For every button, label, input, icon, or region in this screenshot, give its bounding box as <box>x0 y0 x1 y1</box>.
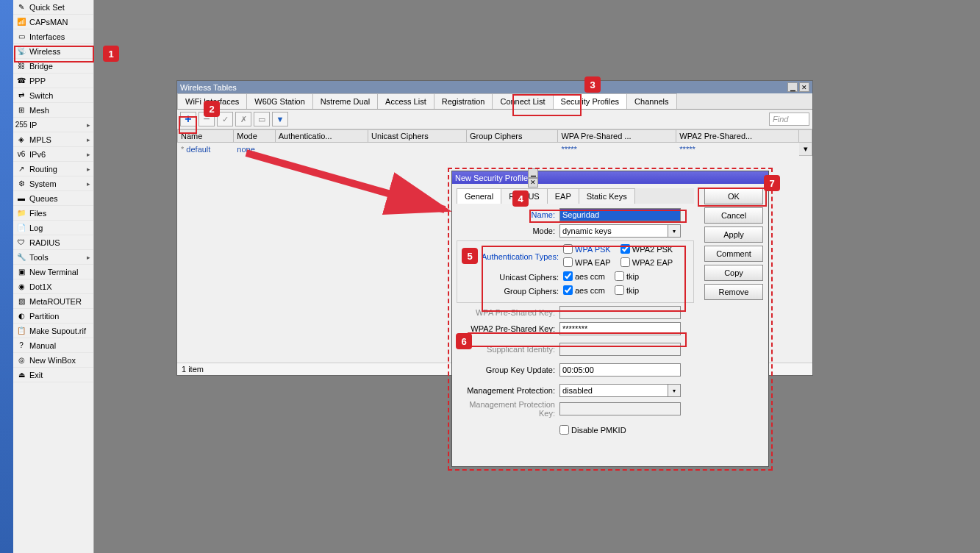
wpa-key-input[interactable] <box>559 306 681 319</box>
column-header[interactable]: Unicast Ciphers <box>368 130 467 143</box>
wpa2-psk-checkbox[interactable]: WPA2 PSK <box>620 244 673 254</box>
tab-access-list[interactable]: Access List <box>377 93 434 109</box>
wpa2-eap-checkbox[interactable]: WPA2 EAP <box>620 257 673 267</box>
minimize-button[interactable]: ▁ <box>787 82 798 92</box>
comment-button[interactable]: Comment <box>704 246 763 262</box>
window-titlebar[interactable]: Wireless Tables ▁ ✕ <box>177 81 812 93</box>
dialog-tabs: GeneralRADIUSEAPStatic Keys <box>457 188 694 204</box>
menu-icon: ⏏ <box>16 370 26 380</box>
mode-dropdown-button[interactable]: ▾ <box>668 224 681 238</box>
tkip-group-checkbox[interactable]: tkip <box>615 285 639 295</box>
mode-select[interactable] <box>559 224 668 238</box>
disable-button[interactable]: ✗ <box>235 112 251 126</box>
supplicant-input[interactable] <box>559 343 681 356</box>
tab-connect-list[interactable]: Connect List <box>492 93 553 109</box>
tab-w60g-station[interactable]: W60G Station <box>246 93 312 109</box>
column-header[interactable]: Group Ciphers <box>466 130 557 143</box>
sidebar-label: Partition <box>29 312 59 321</box>
sidebar-item-files[interactable]: 📁Files <box>13 206 93 221</box>
wpa-psk-checkbox[interactable]: WPA PSK <box>563 244 611 254</box>
mgmt-protection-dropdown-button[interactable]: ▾ <box>668 384 681 397</box>
column-header[interactable]: Authenticatio... <box>275 130 368 143</box>
minimize-button[interactable]: ▁ <box>528 168 538 178</box>
sidebar-item-partition[interactable]: ◐Partition <box>13 309 93 324</box>
remove-button[interactable]: Remove <box>704 284 763 300</box>
sidebar-item-new-terminal[interactable]: ▣New Terminal <box>13 265 93 279</box>
sidebar-item-radius[interactable]: 🛡RADIUS <box>13 235 93 250</box>
badge-1: 1 <box>103 46 119 62</box>
sidebar-label: Make Supout.rif <box>29 327 86 335</box>
sidebar-item-metarouter[interactable]: ▧MetaROUTER <box>13 294 93 309</box>
sidebar-item-queues[interactable]: ▬Queues <box>13 191 93 206</box>
sidebar-item-switch[interactable]: ⇄Switch <box>13 88 93 103</box>
copy-button[interactable]: Copy <box>704 265 763 281</box>
cancel-button[interactable]: Cancel <box>704 207 763 224</box>
column-header[interactable]: Name <box>178 130 234 143</box>
menu-icon: ◈ <box>16 135 26 145</box>
find-input[interactable]: Find <box>769 113 809 126</box>
sidebar-item-ipv6[interactable]: v6IPv6▸ <box>13 147 93 162</box>
badge-3: 3 <box>584 76 601 93</box>
sidebar-item-system[interactable]: ⚙System▸ <box>13 176 93 191</box>
add-button[interactable]: + <box>180 112 196 126</box>
auth-group: Authentication Types: WPA PSK WPA2 PSK W… <box>457 240 694 303</box>
menu-icon: ◎ <box>16 355 26 365</box>
sidebar-item-ppp[interactable]: ☎PPP <box>13 74 93 88</box>
sidebar-item-quick-set[interactable]: ✎Quick Set <box>13 0 93 15</box>
sidebar-item-wireless[interactable]: 📡Wireless <box>13 44 93 59</box>
aes-ccm-checkbox[interactable]: aes ccm <box>563 271 605 281</box>
sidebar-label: Queues <box>29 194 58 203</box>
sidebar-item-ip[interactable]: 255IP▸ <box>13 118 93 132</box>
ok-button[interactable]: OK <box>704 188 763 204</box>
badge-7: 7 <box>764 175 780 191</box>
name-input[interactable] <box>559 208 681 221</box>
sidebar-item-bridge[interactable]: ⛓Bridge <box>13 59 93 74</box>
tab-nstreme-dual[interactable]: Nstreme Dual <box>312 93 378 109</box>
sidebar-label: Mesh <box>29 106 49 115</box>
sidebar-label: Wireless <box>29 47 60 56</box>
sidebar-item-dot1x[interactable]: ◉Dot1X <box>13 279 93 294</box>
menu-icon: ? <box>16 340 26 351</box>
group-key-update-input[interactable] <box>559 363 681 377</box>
sidebar-item-mesh[interactable]: ⊞Mesh <box>13 103 93 118</box>
column-header[interactable]: WPA Pre-Shared ... <box>558 130 676 143</box>
sidebar-item-interfaces[interactable]: ▭Interfaces <box>13 29 93 44</box>
mgmt-protection-key-input[interactable] <box>559 402 681 415</box>
apply-button[interactable]: Apply <box>704 226 763 243</box>
tkip-checkbox[interactable]: tkip <box>615 271 639 281</box>
table-row[interactable]: * default none ***** ***** ▾ <box>178 143 812 156</box>
dialog-buttons: OKCancelApplyCommentCopyRemove <box>698 184 768 442</box>
menu-icon: 🛡 <box>16 238 26 248</box>
wpa2-key-input[interactable] <box>559 322 681 335</box>
sidebar-item-make-supout.rif[interactable]: 📋Make Supout.rif <box>13 324 93 338</box>
sidebar-item-routing[interactable]: ↗Routing▸ <box>13 162 93 176</box>
close-button[interactable]: ✕ <box>799 82 809 92</box>
sidebar-label: Manual <box>29 341 56 350</box>
sidebar-item-mpls[interactable]: ◈MPLS▸ <box>13 132 93 147</box>
sidebar-item-new-winbox[interactable]: ◎New WinBox <box>13 353 93 368</box>
column-header[interactable]: WPA2 Pre-Shared... <box>676 130 799 143</box>
dlg-tab-static-keys[interactable]: Static Keys <box>579 188 635 204</box>
sidebar-item-tools[interactable]: 🔧Tools▸ <box>13 250 93 265</box>
column-header[interactable]: Mode <box>234 130 275 143</box>
sidebar-item-capsman[interactable]: 📶CAPsMAN <box>13 15 93 29</box>
aes-ccm-group-checkbox[interactable]: aes ccm <box>563 285 605 295</box>
menu-icon: 📶 <box>16 17 26 27</box>
menu-icon: v6 <box>16 149 26 160</box>
mgmt-protection-select[interactable] <box>559 384 668 397</box>
sidebar-item-exit[interactable]: ⏏Exit <box>13 368 93 382</box>
menu-icon: 📄 <box>16 223 26 233</box>
dlg-tab-general[interactable]: General <box>457 188 501 204</box>
comment-button[interactable]: ▭ <box>254 112 270 126</box>
dlg-tab-eap[interactable]: EAP <box>547 188 579 204</box>
sidebar-label: Exit <box>29 371 43 379</box>
sidebar-item-log[interactable]: 📄Log <box>13 221 93 235</box>
tab-registration[interactable]: Registration <box>434 93 493 109</box>
sidebar-item-manual[interactable]: ?Manual <box>13 338 93 353</box>
tab-channels[interactable]: Channels <box>626 93 676 109</box>
tab-security-profiles[interactable]: Security Profiles <box>553 93 627 109</box>
wpa-eap-checkbox[interactable]: WPA EAP <box>563 257 611 267</box>
filter-button[interactable]: ▼ <box>272 112 288 126</box>
dialog-titlebar[interactable]: New Security Profile ▁ ✕ <box>452 171 768 184</box>
disable-pmkid-checkbox[interactable]: Disable PMKID <box>559 425 626 435</box>
